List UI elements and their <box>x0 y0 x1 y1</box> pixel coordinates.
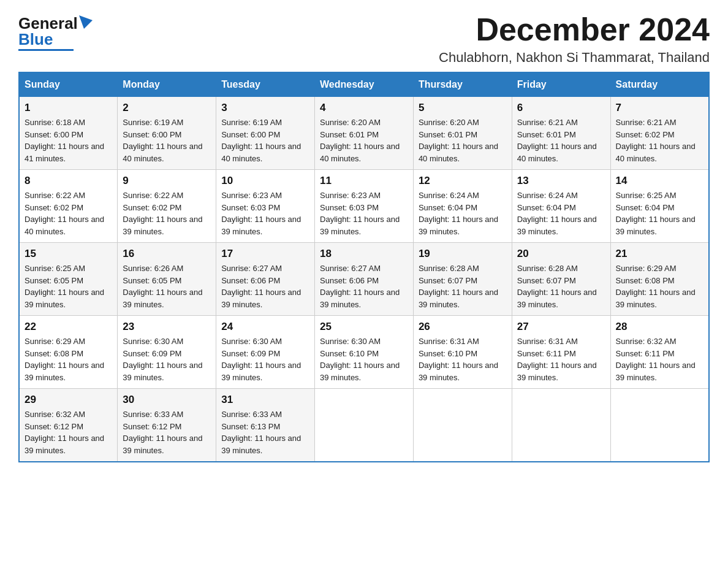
calendar-week-row: 15 Sunrise: 6:25 AMSunset: 6:05 PMDaylig… <box>19 243 709 316</box>
calendar-day-cell: 22 Sunrise: 6:29 AMSunset: 6:08 PMDaylig… <box>19 316 118 389</box>
weekday-header-sunday: Sunday <box>19 72 118 97</box>
day-info: Sunrise: 6:23 AMSunset: 6:03 PMDaylight:… <box>221 191 301 236</box>
day-number: 25 <box>320 321 408 333</box>
day-info: Sunrise: 6:24 AMSunset: 6:04 PMDaylight:… <box>419 191 498 236</box>
logo-general-text: General <box>18 15 78 31</box>
day-number: 31 <box>221 394 309 406</box>
calendar-day-cell: 21 Sunrise: 6:29 AMSunset: 6:08 PMDaylig… <box>610 243 709 316</box>
day-info: Sunrise: 6:19 AMSunset: 6:00 PMDaylight:… <box>221 118 301 163</box>
day-number: 19 <box>419 248 507 260</box>
logo-underline <box>18 49 74 51</box>
day-number: 3 <box>221 102 309 114</box>
day-number: 7 <box>616 102 703 114</box>
day-info: Sunrise: 6:33 AMSunset: 6:12 PMDaylight:… <box>123 410 202 455</box>
calendar-week-row: 29 Sunrise: 6:32 AMSunset: 6:12 PMDaylig… <box>19 389 709 462</box>
day-info: Sunrise: 6:18 AMSunset: 6:00 PMDaylight:… <box>25 118 104 163</box>
weekday-header-row: SundayMondayTuesdayWednesdayThursdayFrid… <box>19 72 709 97</box>
day-info: Sunrise: 6:22 AMSunset: 6:02 PMDaylight:… <box>25 191 104 236</box>
day-number: 26 <box>419 321 507 333</box>
calendar-day-cell: 11 Sunrise: 6:23 AMSunset: 6:03 PMDaylig… <box>315 170 414 243</box>
weekday-header-thursday: Thursday <box>413 72 512 97</box>
day-info: Sunrise: 6:31 AMSunset: 6:10 PMDaylight:… <box>419 337 498 382</box>
calendar-week-row: 1 Sunrise: 6:18 AMSunset: 6:00 PMDayligh… <box>19 97 709 170</box>
day-number: 8 <box>25 175 112 187</box>
empty-cell <box>512 389 610 462</box>
day-number: 21 <box>616 248 703 260</box>
day-number: 17 <box>221 248 309 260</box>
day-number: 22 <box>25 321 112 333</box>
day-number: 4 <box>320 102 408 114</box>
empty-cell <box>610 389 709 462</box>
day-info: Sunrise: 6:26 AMSunset: 6:05 PMDaylight:… <box>123 264 202 309</box>
day-number: 27 <box>517 321 605 333</box>
calendar-day-cell: 6 Sunrise: 6:21 AMSunset: 6:01 PMDayligh… <box>512 97 610 170</box>
day-number: 16 <box>123 248 211 260</box>
weekday-header-monday: Monday <box>118 72 216 97</box>
day-info: Sunrise: 6:20 AMSunset: 6:01 PMDaylight:… <box>320 118 400 163</box>
page-header: General Blue December 2024 Chulabhorn, N… <box>18 12 710 66</box>
day-number: 20 <box>517 248 605 260</box>
day-number: 24 <box>221 321 309 333</box>
calendar-day-cell: 3 Sunrise: 6:19 AMSunset: 6:00 PMDayligh… <box>216 97 315 170</box>
calendar-day-cell: 31 Sunrise: 6:33 AMSunset: 6:13 PMDaylig… <box>216 389 315 462</box>
empty-cell <box>315 389 414 462</box>
calendar-day-cell: 9 Sunrise: 6:22 AMSunset: 6:02 PMDayligh… <box>118 170 216 243</box>
calendar-table: SundayMondayTuesdayWednesdayThursdayFrid… <box>18 72 710 462</box>
day-info: Sunrise: 6:33 AMSunset: 6:13 PMDaylight:… <box>221 410 301 455</box>
day-info: Sunrise: 6:23 AMSunset: 6:03 PMDaylight:… <box>320 191 400 236</box>
calendar-day-cell: 10 Sunrise: 6:23 AMSunset: 6:03 PMDaylig… <box>216 170 315 243</box>
weekday-header-friday: Friday <box>512 72 610 97</box>
day-info: Sunrise: 6:28 AMSunset: 6:07 PMDaylight:… <box>419 264 498 309</box>
calendar-day-cell: 12 Sunrise: 6:24 AMSunset: 6:04 PMDaylig… <box>413 170 512 243</box>
calendar-day-cell: 8 Sunrise: 6:22 AMSunset: 6:02 PMDayligh… <box>19 170 118 243</box>
calendar-day-cell: 27 Sunrise: 6:31 AMSunset: 6:11 PMDaylig… <box>512 316 610 389</box>
logo-triangle-icon <box>79 15 93 29</box>
day-info: Sunrise: 6:31 AMSunset: 6:11 PMDaylight:… <box>517 337 597 382</box>
day-info: Sunrise: 6:29 AMSunset: 6:08 PMDaylight:… <box>25 337 104 382</box>
calendar-day-cell: 7 Sunrise: 6:21 AMSunset: 6:02 PMDayligh… <box>610 97 709 170</box>
day-info: Sunrise: 6:21 AMSunset: 6:02 PMDaylight:… <box>616 118 696 163</box>
day-number: 15 <box>25 248 112 260</box>
title-block: December 2024 Chulabhorn, Nakhon Si Tham… <box>439 12 710 66</box>
day-number: 1 <box>25 102 112 114</box>
day-info: Sunrise: 6:28 AMSunset: 6:07 PMDaylight:… <box>517 264 597 309</box>
calendar-day-cell: 16 Sunrise: 6:26 AMSunset: 6:05 PMDaylig… <box>118 243 216 316</box>
day-info: Sunrise: 6:30 AMSunset: 6:09 PMDaylight:… <box>123 337 202 382</box>
calendar-day-cell: 1 Sunrise: 6:18 AMSunset: 6:00 PMDayligh… <box>19 97 118 170</box>
month-title: December 2024 <box>439 12 710 47</box>
calendar-day-cell: 5 Sunrise: 6:20 AMSunset: 6:01 PMDayligh… <box>413 97 512 170</box>
calendar-day-cell: 2 Sunrise: 6:19 AMSunset: 6:00 PMDayligh… <box>118 97 216 170</box>
day-info: Sunrise: 6:32 AMSunset: 6:11 PMDaylight:… <box>616 337 696 382</box>
calendar-day-cell: 23 Sunrise: 6:30 AMSunset: 6:09 PMDaylig… <box>118 316 216 389</box>
day-info: Sunrise: 6:20 AMSunset: 6:01 PMDaylight:… <box>419 118 498 163</box>
day-info: Sunrise: 6:22 AMSunset: 6:02 PMDaylight:… <box>123 191 202 236</box>
day-info: Sunrise: 6:30 AMSunset: 6:09 PMDaylight:… <box>221 337 301 382</box>
weekday-header-wednesday: Wednesday <box>315 72 414 97</box>
calendar-day-cell: 4 Sunrise: 6:20 AMSunset: 6:01 PMDayligh… <box>315 97 414 170</box>
day-number: 9 <box>123 175 211 187</box>
calendar-day-cell: 17 Sunrise: 6:27 AMSunset: 6:06 PMDaylig… <box>216 243 315 316</box>
svg-marker-0 <box>79 15 93 29</box>
day-number: 29 <box>25 394 112 406</box>
calendar-day-cell: 30 Sunrise: 6:33 AMSunset: 6:12 PMDaylig… <box>118 389 216 462</box>
day-info: Sunrise: 6:25 AMSunset: 6:05 PMDaylight:… <box>25 264 104 309</box>
calendar-day-cell: 24 Sunrise: 6:30 AMSunset: 6:09 PMDaylig… <box>216 316 315 389</box>
day-number: 10 <box>221 175 309 187</box>
day-number: 5 <box>419 102 507 114</box>
calendar-day-cell: 19 Sunrise: 6:28 AMSunset: 6:07 PMDaylig… <box>413 243 512 316</box>
calendar-day-cell: 18 Sunrise: 6:27 AMSunset: 6:06 PMDaylig… <box>315 243 414 316</box>
day-number: 28 <box>616 321 703 333</box>
day-number: 12 <box>419 175 507 187</box>
day-info: Sunrise: 6:27 AMSunset: 6:06 PMDaylight:… <box>320 264 400 309</box>
day-info: Sunrise: 6:27 AMSunset: 6:06 PMDaylight:… <box>221 264 301 309</box>
calendar-day-cell: 13 Sunrise: 6:24 AMSunset: 6:04 PMDaylig… <box>512 170 610 243</box>
day-number: 18 <box>320 248 408 260</box>
calendar-day-cell: 20 Sunrise: 6:28 AMSunset: 6:07 PMDaylig… <box>512 243 610 316</box>
day-number: 11 <box>320 175 408 187</box>
logo: General Blue <box>18 12 93 51</box>
day-info: Sunrise: 6:30 AMSunset: 6:10 PMDaylight:… <box>320 337 400 382</box>
day-info: Sunrise: 6:29 AMSunset: 6:08 PMDaylight:… <box>616 264 696 309</box>
calendar-day-cell: 15 Sunrise: 6:25 AMSunset: 6:05 PMDaylig… <box>19 243 118 316</box>
logo-blue-text: Blue <box>18 31 53 47</box>
calendar-day-cell: 25 Sunrise: 6:30 AMSunset: 6:10 PMDaylig… <box>315 316 414 389</box>
